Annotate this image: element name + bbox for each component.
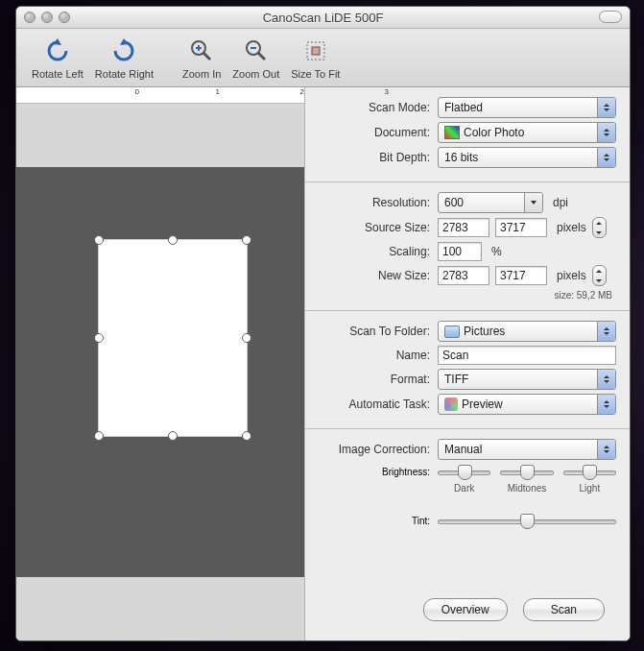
zoom-in-icon bbox=[187, 36, 216, 65]
zoom-out-button[interactable]: Zoom Out bbox=[227, 36, 285, 80]
rotate-left-label: Rotate Left bbox=[32, 68, 83, 80]
scaling-label: Scaling: bbox=[313, 245, 438, 258]
source-unit: pixels bbox=[557, 221, 586, 234]
body: 0 1 2 3 bbox=[16, 87, 630, 640]
overview-button[interactable]: Overview bbox=[423, 598, 508, 621]
name-field[interactable] bbox=[438, 346, 616, 365]
minimize-window-button[interactable] bbox=[41, 12, 53, 23]
source-size-label: Source Size: bbox=[313, 221, 438, 234]
handle-br[interactable] bbox=[242, 431, 251, 441]
updown-icon bbox=[597, 322, 615, 341]
close-window-button[interactable] bbox=[24, 12, 36, 23]
handle-bc[interactable] bbox=[168, 431, 178, 441]
updown-icon bbox=[597, 440, 615, 459]
file-size-text: size: 59,2 MB bbox=[313, 290, 616, 301]
scaling-field[interactable] bbox=[438, 242, 482, 261]
document-select[interactable]: Color Photo bbox=[438, 122, 616, 143]
titlebar[interactable]: CanoScan LiDE 500F bbox=[16, 7, 630, 29]
desktop: CanoScan LiDE 500F Rotate Left Rotate Ri… bbox=[0, 0, 644, 651]
preview-app-icon bbox=[444, 398, 458, 411]
rotate-left-button[interactable]: Rotate Left bbox=[26, 36, 89, 80]
updown-icon bbox=[597, 370, 615, 389]
scan-to-folder-label: Scan To Folder: bbox=[313, 325, 438, 338]
handle-ml[interactable] bbox=[94, 333, 104, 343]
tint-label: Tint: bbox=[313, 516, 438, 526]
zoom-in-label: Zoom In bbox=[182, 68, 221, 80]
source-height-field[interactable] bbox=[495, 218, 547, 237]
scan-to-folder-select[interactable]: Pictures bbox=[438, 321, 616, 342]
window-title: CanoScan LiDE 500F bbox=[16, 11, 630, 25]
new-unit: pixels bbox=[557, 269, 586, 282]
updown-icon bbox=[597, 148, 615, 167]
bit-depth-label: Bit Depth: bbox=[313, 151, 438, 164]
updown-icon bbox=[597, 98, 615, 117]
handle-tr[interactable] bbox=[242, 235, 251, 245]
rotate-left-icon bbox=[43, 36, 72, 65]
new-width-field[interactable] bbox=[438, 266, 489, 285]
resolution-unit: dpi bbox=[553, 196, 568, 209]
svg-line-5 bbox=[258, 53, 265, 60]
scan-button[interactable]: Scan bbox=[523, 598, 605, 621]
automatic-task-select[interactable]: Preview bbox=[438, 394, 616, 415]
group-source: Scan Mode: Flatbed Document: Color Photo… bbox=[305, 87, 630, 182]
source-unit-stepper[interactable] bbox=[592, 217, 607, 238]
chevron-down-icon bbox=[524, 193, 542, 212]
rotate-right-button[interactable]: Rotate Right bbox=[89, 36, 159, 80]
image-correction-label: Image Correction: bbox=[313, 443, 438, 456]
group-destination: Scan To Folder: Pictures Name: Format: T… bbox=[305, 311, 630, 429]
updown-icon bbox=[597, 123, 615, 142]
window: CanoScan LiDE 500F Rotate Left Rotate Ri… bbox=[15, 6, 631, 641]
rotate-right-label: Rotate Right bbox=[95, 68, 154, 80]
ruler: 0 1 2 3 bbox=[16, 87, 304, 104]
format-select[interactable]: TIFF bbox=[438, 369, 616, 390]
new-unit-stepper[interactable] bbox=[592, 265, 607, 286]
traffic-lights bbox=[24, 12, 70, 23]
resolution-label: Resolution: bbox=[313, 196, 438, 209]
brightness-dark-slider[interactable] bbox=[438, 464, 490, 479]
new-size-label: New Size: bbox=[313, 269, 438, 282]
zoom-in-button[interactable]: Zoom In bbox=[177, 36, 227, 80]
brightness-midtones-slider[interactable] bbox=[500, 464, 553, 479]
image-correction-select[interactable]: Manual bbox=[438, 439, 616, 460]
preview-pane: 0 1 2 3 bbox=[16, 87, 305, 640]
name-label: Name: bbox=[313, 349, 438, 362]
brightness-light-slider[interactable] bbox=[563, 464, 616, 479]
rotate-right-icon bbox=[109, 36, 138, 65]
zoom-out-label: Zoom Out bbox=[232, 68, 279, 80]
document-label: Document: bbox=[313, 126, 438, 139]
color-photo-icon bbox=[444, 126, 460, 139]
handle-tl[interactable] bbox=[94, 235, 104, 245]
preview-margin-bottom bbox=[16, 577, 304, 640]
group-correction: Image Correction: Manual Brightness: bbox=[305, 429, 630, 583]
scan-mode-label: Scan Mode: bbox=[313, 101, 438, 114]
group-size: Resolution: 600 dpi Source Size: pixels bbox=[305, 182, 630, 311]
resolution-combo[interactable]: 600 bbox=[438, 192, 543, 213]
automatic-task-label: Automatic Task: bbox=[313, 398, 438, 411]
folder-icon bbox=[444, 326, 460, 338]
size-to-fit-icon bbox=[301, 36, 330, 65]
toolbar-toggle-pill[interactable] bbox=[599, 11, 622, 23]
tint-slider[interactable] bbox=[438, 513, 616, 528]
scan-selection[interactable] bbox=[99, 240, 247, 436]
preview-margin-top bbox=[16, 104, 304, 167]
new-height-field[interactable] bbox=[495, 266, 547, 285]
scan-mode-select[interactable]: Flatbed bbox=[438, 97, 616, 118]
source-width-field[interactable] bbox=[438, 218, 489, 237]
updown-icon bbox=[597, 395, 615, 414]
toolbar: Rotate Left Rotate Right Zoom In Zoom Ou bbox=[16, 29, 630, 87]
scaling-unit: % bbox=[491, 245, 502, 258]
svg-rect-8 bbox=[312, 47, 320, 55]
zoom-window-button[interactable] bbox=[59, 12, 70, 23]
settings-panel: Scan Mode: Flatbed Document: Color Photo… bbox=[305, 87, 630, 640]
brightness-tags: Dark Midtones Light bbox=[438, 483, 616, 494]
ruler-label-3: 3 bbox=[272, 87, 396, 96]
handle-bl[interactable] bbox=[94, 431, 104, 441]
scan-bed[interactable] bbox=[16, 167, 304, 577]
footer: Overview Scan bbox=[305, 583, 630, 640]
handle-tc[interactable] bbox=[168, 235, 178, 245]
bit-depth-select[interactable]: 16 bits bbox=[438, 147, 616, 168]
format-label: Format: bbox=[313, 373, 438, 386]
size-to-fit-button[interactable]: Size To Fit bbox=[285, 36, 346, 80]
svg-line-1 bbox=[203, 53, 210, 60]
handle-mr[interactable] bbox=[242, 333, 251, 343]
